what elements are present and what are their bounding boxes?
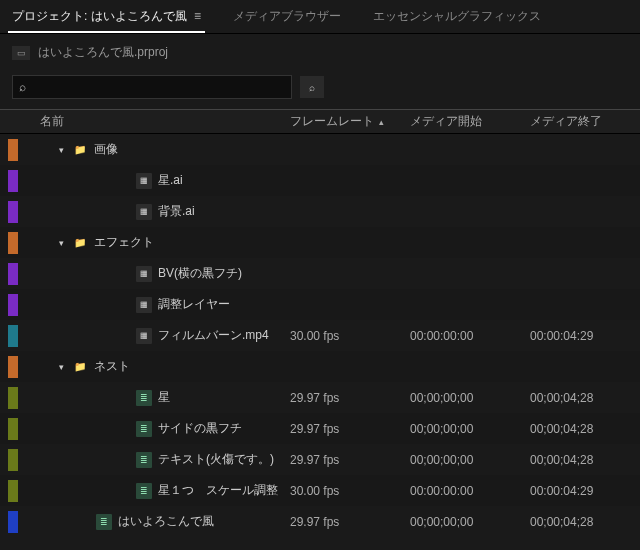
project-file-icon: ▭: [12, 46, 30, 60]
seq-icon: ≣: [136, 421, 152, 437]
table-row[interactable]: ≣星１つ スケール調整30.00 fps00:00:00:0000:00:04:…: [0, 475, 640, 506]
project-file-row: ▭ はいよころんで風.prproj: [0, 34, 640, 71]
color-swatch: [8, 387, 18, 409]
table-row[interactable]: ▦調整レイヤー: [0, 289, 640, 320]
column-header-row: 名前 フレームレート ▴ メディア開始 メディア終了: [0, 110, 640, 134]
column-header-framerate[interactable]: フレームレート ▴: [290, 113, 410, 130]
table-row[interactable]: ▦BV(横の黒フチ): [0, 258, 640, 289]
table-row[interactable]: ▾📁エフェクト: [0, 227, 640, 258]
table-row[interactable]: ▦背景.ai: [0, 196, 640, 227]
search-input[interactable]: ⌕: [12, 75, 292, 99]
item-label: サイドの黒フチ: [158, 420, 242, 437]
color-swatch: [8, 356, 18, 378]
new-bin-icon: ⌕: [309, 82, 315, 93]
table-row[interactable]: ▦星.ai: [0, 165, 640, 196]
media-start-cell: 00;00;00;00: [410, 391, 530, 405]
item-label: BV(横の黒フチ): [158, 265, 242, 282]
project-file-name: はいよころんで風.prproj: [38, 44, 168, 61]
search-row: ⌕ ⌕: [0, 71, 640, 109]
file-icon: ▦: [136, 266, 152, 282]
table-row[interactable]: ▾📁ネスト: [0, 351, 640, 382]
file-icon: ▦: [136, 204, 152, 220]
item-label: 背景.ai: [158, 203, 195, 220]
framerate-cell: 29.97 fps: [290, 422, 410, 436]
color-swatch: [8, 170, 18, 192]
item-label: 調整レイヤー: [158, 296, 230, 313]
panel-menu-icon[interactable]: ≡: [194, 9, 201, 23]
media-start-cell: 00:00:00:00: [410, 329, 530, 343]
framerate-cell: 30.00 fps: [290, 329, 410, 343]
name-cell: ▦調整レイヤー: [30, 296, 290, 313]
table-row[interactable]: ≣テキスト(火傷です。)29.97 fps00;00;00;0000;00;04…: [0, 444, 640, 475]
search-text-input[interactable]: [32, 80, 285, 95]
framerate-cell: 29.97 fps: [290, 453, 410, 467]
folder-icon: 📁: [72, 359, 88, 375]
media-end-cell: 00;00;04;28: [530, 391, 630, 405]
media-end-cell: 00:00:04:29: [530, 484, 630, 498]
column-header-name[interactable]: 名前: [30, 113, 290, 130]
seq-icon: ≣: [136, 390, 152, 406]
table-row[interactable]: ▾📁画像: [0, 134, 640, 165]
color-swatch: [8, 201, 18, 223]
color-swatch: [8, 325, 18, 347]
media-start-cell: 00;00;00;00: [410, 515, 530, 529]
color-swatch: [8, 511, 18, 533]
seq-icon: ≣: [136, 483, 152, 499]
file-icon: ▦: [136, 173, 152, 189]
color-swatch: [8, 418, 18, 440]
framerate-cell: 29.97 fps: [290, 515, 410, 529]
color-swatch: [8, 263, 18, 285]
expand-caret-icon[interactable]: ▾: [56, 362, 66, 372]
item-label: はいよろこんで風: [118, 513, 214, 530]
folder-icon: 📁: [72, 235, 88, 251]
expand-caret-icon[interactable]: ▾: [56, 238, 66, 248]
color-swatch: [8, 232, 18, 254]
table-row[interactable]: ≣星29.97 fps00;00;00;0000;00;04;28: [0, 382, 640, 413]
name-cell: ▦フィルムバーン.mp4: [30, 327, 290, 344]
seq-icon: ≣: [96, 514, 112, 530]
item-label: 星１つ スケール調整: [158, 482, 278, 499]
tab-project[interactable]: プロジェクト: はいよころんで風 ≡: [8, 2, 205, 33]
seq-icon: ≣: [136, 452, 152, 468]
item-label: 画像: [94, 141, 118, 158]
name-cell: ≣星: [30, 389, 290, 406]
framerate-cell: 29.97 fps: [290, 391, 410, 405]
tab-essential-graphics[interactable]: エッセンシャルグラフィックス: [369, 2, 545, 33]
media-start-cell: 00;00;00;00: [410, 422, 530, 436]
media-start-cell: 00:00:00:00: [410, 484, 530, 498]
media-end-cell: 00;00;04;28: [530, 422, 630, 436]
name-cell: ≣サイドの黒フチ: [30, 420, 290, 437]
name-cell: ▦BV(横の黒フチ): [30, 265, 290, 282]
name-cell: ≣星１つ スケール調整: [30, 482, 290, 499]
sort-caret-icon: ▴: [379, 117, 384, 127]
item-label: 星: [158, 389, 170, 406]
file-icon: ▦: [136, 297, 152, 313]
tab-media-browser[interactable]: メディアブラウザー: [229, 2, 345, 33]
column-header-media-end[interactable]: メディア終了: [530, 113, 630, 130]
name-cell: ▾📁エフェクト: [30, 234, 290, 251]
table-row[interactable]: ▦フィルムバーン.mp430.00 fps00:00:00:0000:00:04…: [0, 320, 640, 351]
search-icon: ⌕: [19, 80, 26, 94]
item-label: ネスト: [94, 358, 130, 375]
item-label: 星.ai: [158, 172, 183, 189]
file-icon: ▦: [136, 328, 152, 344]
media-end-cell: 00;00;04;28: [530, 515, 630, 529]
color-swatch: [8, 480, 18, 502]
media-start-cell: 00;00;00;00: [410, 453, 530, 467]
expand-caret-icon[interactable]: ▾: [56, 145, 66, 155]
media-end-cell: 00;00;04;28: [530, 453, 630, 467]
name-cell: ≣はいよろこんで風: [30, 513, 290, 530]
color-swatch: [8, 294, 18, 316]
table-row[interactable]: ≣サイドの黒フチ29.97 fps00;00;00;0000;00;04;28: [0, 413, 640, 444]
framerate-cell: 30.00 fps: [290, 484, 410, 498]
item-label: エフェクト: [94, 234, 154, 251]
name-cell: ▦星.ai: [30, 172, 290, 189]
column-header-media-start[interactable]: メディア開始: [410, 113, 530, 130]
tab-project-label: プロジェクト: はいよころんで風: [12, 9, 187, 23]
name-cell: ▾📁ネスト: [30, 358, 290, 375]
panel-tabs: プロジェクト: はいよころんで風 ≡ メディアブラウザー エッセンシャルグラフィ…: [0, 0, 640, 34]
item-label: フィルムバーン.mp4: [158, 327, 269, 344]
rows-container: ▾📁画像▦星.ai▦背景.ai▾📁エフェクト▦BV(横の黒フチ)▦調整レイヤー▦…: [0, 134, 640, 537]
new-bin-button[interactable]: ⌕: [300, 76, 324, 98]
table-row[interactable]: ≣はいよろこんで風29.97 fps00;00;00;0000;00;04;28: [0, 506, 640, 537]
